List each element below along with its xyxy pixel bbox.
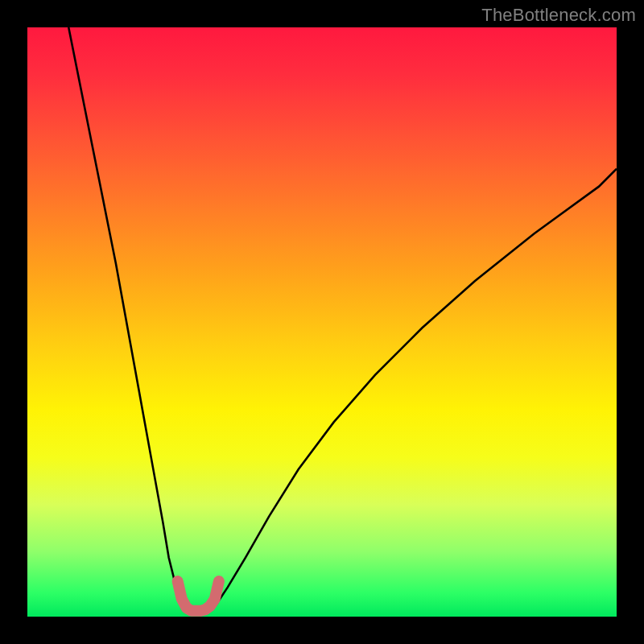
left-branch-curve	[68, 27, 189, 611]
plot-area	[27, 27, 617, 617]
curve-layer	[27, 27, 617, 617]
chart-frame: TheBottleneck.com	[0, 0, 644, 644]
attribution-text: TheBottleneck.com	[481, 5, 636, 26]
right-branch-curve	[210, 169, 617, 611]
bottom-u-highlight	[178, 581, 219, 611]
